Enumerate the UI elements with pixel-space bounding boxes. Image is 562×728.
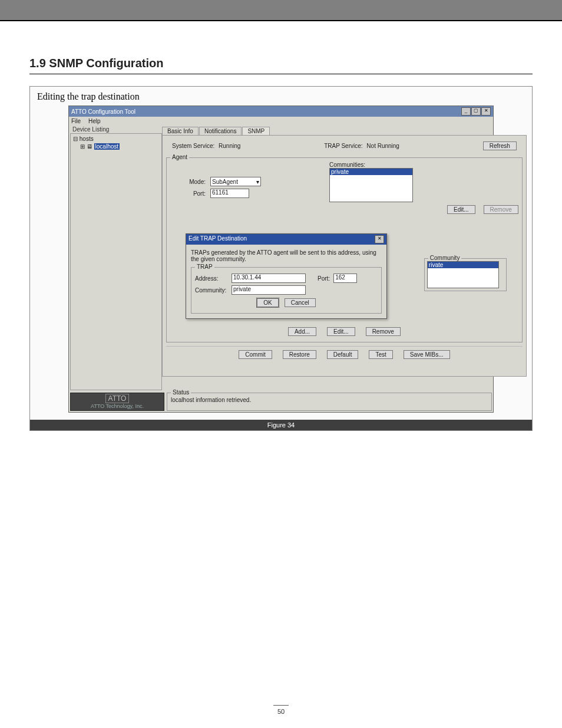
mode-select[interactable]: SubAgent ▾ (210, 177, 261, 186)
trap-community-legend: Community (428, 255, 462, 261)
community-remove-button: Remove (484, 205, 518, 214)
tree-host-item[interactable]: ⊞ 🖥 localhost (72, 143, 160, 150)
restore-button[interactable]: Restore (283, 350, 316, 359)
figure-caption: Figure 34 (30, 420, 532, 430)
trap-community-frame: Community rivate (424, 258, 507, 291)
mode-label: Mode: (170, 179, 206, 185)
doc-top-bar (0, 0, 562, 21)
chevron-down-icon: ▾ (256, 179, 259, 185)
host-icon: 🖥 (87, 143, 92, 150)
window-titlebar[interactable]: ATTO Configuration Tool _ ▢ ✕ (69, 106, 493, 117)
menu-file[interactable]: File (71, 118, 81, 124)
community-item-private[interactable]: private (330, 169, 412, 175)
device-listing-label: Device Listing (71, 126, 110, 133)
section-title: 1.9 SNMP Configuration (29, 57, 533, 70)
menu-bar: File Help (69, 117, 493, 126)
agent-port-label: Port: (170, 190, 206, 197)
tab-snmp[interactable]: SNMP (242, 127, 270, 135)
tree-collapse-icon[interactable]: ⊟ (73, 136, 78, 142)
trap-port-input[interactable]: 162 (333, 274, 357, 283)
logo-subtext: ATTO Technology, Inc. (91, 403, 144, 409)
atto-logo: ATTO ATTO Technology, Inc. (70, 393, 164, 411)
window-title: ATTO Configuration Tool (71, 108, 135, 115)
community-edit-button[interactable]: Edit... (447, 205, 475, 214)
trap-frame: TRAP Address: 10.30.1.44 Port: 162 (191, 267, 382, 314)
close-icon[interactable]: ✕ (481, 107, 491, 116)
ok-button[interactable]: OK (257, 298, 278, 307)
agent-legend: Agent (170, 154, 189, 160)
status-frame: Status localhost information retrieved. (167, 393, 492, 411)
minimize-icon[interactable]: _ (461, 107, 471, 116)
agent-frame: Agent Mode: SubAgent ▾ (166, 157, 523, 342)
save-mibs-button[interactable]: Save MIBs... (404, 350, 450, 359)
page-number: 50 (0, 705, 562, 715)
refresh-button[interactable]: Refresh (483, 141, 517, 150)
trap-community-item[interactable]: rivate (428, 262, 498, 268)
figure-frame: Editing the trap destination ATTO Config… (29, 86, 533, 431)
status-message: localhost information retrieved. (171, 397, 251, 403)
edit-trap-dialog: Edit TRAP Destination ✕ TRAPs generated … (186, 233, 387, 319)
snmp-tab-body: System Service: Running TRAP Service: No… (162, 135, 527, 377)
status-legend: Status (171, 389, 191, 396)
figure-heading: Editing the trap destination (37, 91, 525, 102)
trap-port-label: Port: (318, 275, 330, 282)
dialog-title: Edit TRAP Destination (189, 235, 247, 243)
tab-basic-info[interactable]: Basic Info (162, 127, 199, 135)
address-label: Address: (195, 275, 232, 282)
trap-community-list[interactable]: rivate (427, 261, 499, 288)
logo-text: ATTO (106, 394, 129, 403)
trap-service-value: Not Running (366, 143, 399, 149)
communities-list[interactable]: private (329, 168, 413, 202)
tree-selected-host: localhost (94, 143, 120, 150)
tree-root[interactable]: ⊟ hosts (72, 135, 160, 143)
test-button[interactable]: Test (369, 350, 392, 359)
trap-legend: TRAP (195, 263, 214, 270)
dialog-message: TRAPs generated by the ATTO agent will b… (191, 249, 382, 262)
trap-add-button[interactable]: Add... (288, 327, 316, 336)
address-input[interactable]: 10.30.1.44 (232, 274, 306, 283)
trap-edit-button[interactable]: Edit... (327, 327, 355, 336)
app-window: ATTO Configuration Tool _ ▢ ✕ File Help … (68, 106, 494, 413)
maximize-icon[interactable]: ▢ (471, 107, 481, 116)
tree-expand-icon[interactable]: ⊞ (80, 143, 85, 150)
tab-bar: Basic Info Notifications SNMP (162, 127, 527, 135)
system-service-value: Running (219, 143, 240, 149)
community-input[interactable]: private (232, 285, 306, 295)
dialog-titlebar[interactable]: Edit TRAP Destination ✕ (186, 234, 386, 245)
trap-service-label: TRAP Service: (324, 143, 362, 149)
default-button[interactable]: Default (327, 350, 359, 359)
tab-notifications[interactable]: Notifications (199, 127, 242, 135)
system-service-label: System Service: (172, 143, 214, 149)
agent-port-input[interactable]: 61161 (210, 189, 249, 198)
menu-help[interactable]: Help (88, 118, 101, 124)
community-label: Community: (195, 287, 232, 294)
commit-button[interactable]: Commit (239, 350, 272, 359)
dialog-close-icon[interactable]: ✕ (375, 235, 384, 243)
trap-remove-button[interactable]: Remove (366, 327, 401, 336)
communities-label: Communities: (329, 162, 424, 168)
cancel-button[interactable]: Cancel (285, 298, 316, 307)
section-rule (29, 74, 533, 74)
device-listing-panel: Device Listing ⊟ hosts ⊞ 🖥 localhost (69, 126, 161, 391)
